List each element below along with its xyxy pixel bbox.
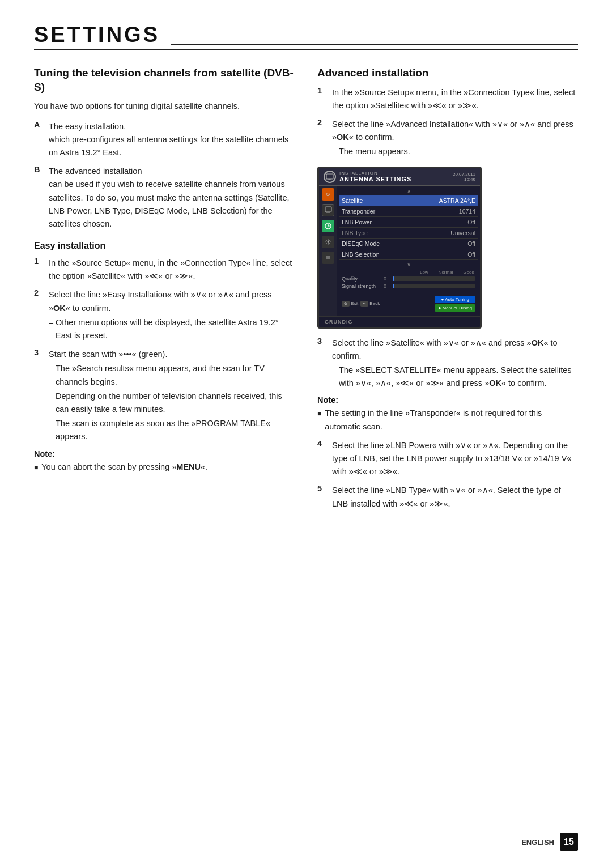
tv-exit-icon: ⊙ [342,301,350,307]
adv-step-3-sub-1: The »SELECT SATELLITE« menu appears. Sel… [332,364,578,390]
option-a-main: The easy installation, [49,122,126,131]
tv-time: 15:46 [464,177,475,182]
tv-quality-label: Quality [342,276,381,282]
tv-date-time: 20.07.2011 15:46 [453,172,475,182]
tv-strength-row: Signal strength 0 [342,283,475,289]
step-2-number: 2 [34,288,44,297]
step-1-content: In the »Source Setup« menu, in the »Conn… [49,257,295,283]
tv-content-area: ∧ Satellite ASTRA 2A°,E Transponder 1071… [337,186,480,316]
tv-signal-section: Low Normal Good Quality 0 [339,267,478,293]
tv-quality-fill [393,276,394,281]
adv-step-2-content: Select the line »Advanced Installation« … [332,118,578,159]
tv-sidebar-icon-1: ⊙ [322,188,334,201]
step-2: 2 Select the line »Easy Installation« wi… [34,288,295,342]
adv-step-4-content: Select the line »LNB Power« with »∨« or … [332,439,578,479]
tv-signal-level-labels: Low Normal Good [342,270,475,275]
note-label: Note: [34,449,295,458]
easy-install-note: Note: ■ You can abort the scan by pressi… [34,449,295,474]
tv-row-lnbtype: LNB Type Universal [339,228,478,239]
tv-screen: INSTALLATION ANTENNA SETTINGS 20.07.2011… [317,167,482,329]
option-b-label: B [34,165,43,174]
tv-logo-icon [324,171,336,183]
tv-bottom-controls: ⊙ Exit ← Back ● Auto Tuning ● Manuel Tun… [339,293,478,314]
tv-sidebar-icon-3 [322,220,334,232]
tv-colored-buttons: ● Auto Tuning ● Manuel Tuning [435,296,475,312]
tv-arrow-up: ∧ [339,188,478,194]
option-a-detail: which pre-configures all antenna setting… [49,135,288,157]
tv-sidebar-icon-2 [322,204,334,216]
step-3-number: 3 [34,348,44,357]
option-b-content: The advanced installation can be used if… [49,165,295,231]
step-2-sub-1: Other menu options will be displayed, th… [49,316,295,342]
page-title: SETTINGS [34,23,160,47]
adv-step-5: 5 Select the line »LNB Type« with »∨« or… [317,484,578,510]
note-text: ■ You can abort the scan by pressing »ME… [34,461,295,474]
option-a-label: A [34,120,43,129]
footer-language: ENGLISH [521,838,554,846]
tv-auto-tuning-btn: ● Auto Tuning [435,296,475,303]
tv-arrow-down: ∨ [339,261,478,267]
svg-rect-0 [326,174,333,179]
tv-exit-btn: ⊙ Exit [342,301,358,307]
tv-back-icon: ← [360,301,368,307]
svg-point-10 [328,241,329,242]
tv-screen-illustration: INSTALLATION ANTENNA SETTINGS 20.07.2011… [317,167,578,329]
adv-note-text: ■ The setting in the line »Transponder« … [317,407,578,433]
adv-step-4: 4 Select the line »LNB Power« with »∨« o… [317,439,578,479]
step-3: 3 Start the scan with »•••« (green). The… [34,348,295,443]
page-header: SETTINGS [34,23,578,50]
adv-note-content: The setting in the line »Transponder« is… [325,407,578,433]
title-underline [171,44,578,45]
tv-row-label-lnbsel: LNB Selection [342,251,380,258]
advanced-install-title: Advanced installation [317,66,578,80]
tv-footer: GRUNDIG [319,316,480,327]
tv-row-value-lnbsel: Off [468,251,475,258]
adv-step-1-number: 1 [317,86,328,95]
adv-step-2-number: 2 [317,118,328,127]
adv-note-label: Note: [317,395,578,405]
tv-row-lnbpower: LNB Power Off [339,217,478,228]
adv-step-5-content: Select the line »LNB Type« with »∨« or »… [332,484,578,510]
footer-page-number: 15 [560,833,578,851]
step-3-sub-2: Depending on the number of television ch… [49,390,295,416]
tv-row-transponder: Transponder 10714 [339,206,478,217]
svg-rect-3 [325,207,332,212]
tv-sidebar-icon-4 [322,236,334,248]
tv-signal-good-label: Good [463,270,474,275]
tv-strength-label: Signal strength [342,283,381,289]
tv-strength-bar [393,284,475,288]
tv-row-label-lnbtype: LNB Type [342,229,368,236]
adv-step-3-number: 3 [317,337,328,346]
tv-antenna-label: ANTENNA SETTINGS [339,176,449,182]
tv-signal-normal-label: Normal [439,270,453,275]
list-item: A The easy installation, which pre-confi… [34,120,295,160]
tv-sidebar: ⊙ [319,186,337,316]
step-3-content: Start the scan with »•••« (green). The »… [49,348,295,443]
adv-step-2-sub-1: The menu appears. [332,145,578,158]
tv-row-value-transponder: 10714 [459,208,475,215]
easy-install-title: Easy installation [34,241,295,251]
adv-step-4-number: 4 [317,439,328,448]
tv-row-label-lnbpower: LNB Power [342,219,372,225]
adv-note-bullet: ■ [317,409,321,433]
tv-manuel-tuning-btn: ● Manuel Tuning [435,304,475,312]
tv-strength-val: 0 [384,283,390,289]
tv-row-diseqc: DISEqC Mode Off [339,239,478,249]
tv-header-text: INSTALLATION ANTENNA SETTINGS [339,171,449,182]
step-1: 1 In the »Source Setup« menu, in the »Co… [34,257,295,283]
tv-row-value-lnbpower: Off [468,219,475,225]
tv-back-btn: ← Back [360,301,380,307]
tv-quality-row: Quality 0 [342,276,475,282]
right-column: Advanced installation 1 In the »Source S… [317,66,578,516]
adv-step-3-content: Select the line »Satellite« with »∨« or … [332,337,578,390]
tv-installation-label: INSTALLATION [339,171,449,176]
adv-step-2: 2 Select the line »Advanced Installation… [317,118,578,159]
tv-exit-label: Exit [351,301,358,306]
adv-step-3: 3 Select the line »Satellite« with »∨« o… [317,337,578,390]
step-2-content: Select the line »Easy Installation« with… [49,288,295,342]
tv-row-label-satellite: Satellite [342,197,363,204]
tv-quality-val: 0 [384,276,390,282]
main-section-title: Tuning the television channels from sate… [34,66,295,94]
tv-date: 20.07.2011 [453,172,475,177]
tv-row-satellite: Satellite ASTRA 2A°,E [339,195,478,206]
